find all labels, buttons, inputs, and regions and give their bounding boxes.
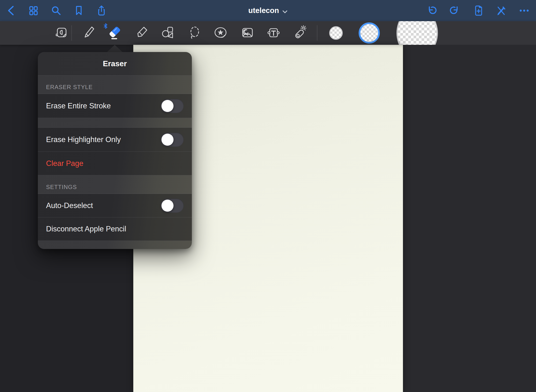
sticker-icon [213, 25, 228, 41]
chevron-down-icon [282, 7, 288, 15]
toggle-knob [161, 100, 174, 112]
tool-eraser[interactable] [107, 21, 122, 45]
tool-highlighter[interactable] [134, 21, 149, 45]
erase-highlighter-only-toggle[interactable] [161, 133, 184, 147]
tool-sticker[interactable] [213, 21, 228, 45]
redo-icon [449, 5, 460, 16]
canvas-background-right [403, 45, 536, 392]
ellipsis-icon [519, 5, 530, 16]
popover-arrow [107, 45, 122, 52]
pencil-cross-icon [496, 5, 507, 16]
popover-title: Eraser [38, 52, 192, 76]
more-button[interactable] [519, 5, 530, 16]
tools-toolbar [0, 21, 536, 45]
clear-page-label: Clear Page [46, 159, 184, 168]
undo-icon [426, 5, 437, 16]
document-title-dropdown[interactable]: utelecon [248, 0, 288, 21]
document-title: utelecon [248, 6, 279, 15]
pages-overview-button[interactable] [28, 5, 39, 16]
toolbar-divider [317, 25, 317, 41]
search-icon [51, 5, 62, 16]
eraser-size-small[interactable] [329, 26, 343, 40]
grid-icon [28, 5, 39, 16]
disconnect-apple-pencil-label: Disconnect Apple Pencil [46, 225, 184, 233]
erase-entire-stroke-label: Erase Entire Stroke [46, 102, 161, 110]
section-header-settings: SETTINGS [38, 175, 192, 194]
nav-right-group [426, 0, 530, 21]
section-header-eraser-style: ERASER STYLE [38, 76, 192, 94]
nav-left-group [5, 0, 107, 21]
redo-button[interactable] [449, 5, 460, 16]
eraser-size-medium-selected[interactable] [359, 22, 380, 44]
toggle-knob [161, 134, 174, 146]
tool-lasso[interactable] [187, 21, 203, 45]
eraser-size-large-shape [396, 21, 438, 45]
erase-entire-stroke-toggle[interactable] [161, 99, 184, 113]
tool-pan-scroll[interactable] [53, 21, 69, 45]
row-erase-highlighter-only: Erase Highlighter Only [38, 128, 192, 152]
pen-icon [80, 25, 96, 41]
add-page-icon [472, 5, 483, 16]
bluetooth-icon [103, 23, 108, 30]
eraser-popover: Eraser ERASER STYLE Erase Entire Stroke … [38, 52, 192, 249]
row-disconnect-apple-pencil[interactable]: Disconnect Apple Pencil [38, 217, 192, 241]
bookmark-icon [73, 5, 84, 16]
auto-deselect-label: Auto-Deselect [46, 201, 161, 210]
erase-highlighter-only-label: Erase Highlighter Only [46, 135, 161, 144]
shapes-icon [160, 25, 175, 41]
toggle-knob [161, 200, 174, 212]
pencil-cross-button[interactable] [496, 5, 507, 16]
eraser-icon [107, 25, 122, 41]
tool-pen[interactable] [80, 21, 96, 45]
pan-scroll-icon [54, 25, 69, 41]
row-clear-page[interactable]: Clear Page [38, 152, 192, 175]
tool-shapes[interactable] [160, 21, 176, 45]
lasso-icon [187, 25, 202, 41]
image-icon [239, 25, 255, 41]
section-gap [38, 118, 192, 128]
row-erase-entire-stroke: Erase Entire Stroke [38, 94, 192, 118]
row-auto-deselect: Auto-Deselect [38, 194, 192, 217]
undo-button[interactable] [426, 5, 437, 16]
back-button[interactable] [5, 5, 16, 16]
share-button[interactable] [96, 5, 107, 16]
back-chevron-icon [7, 5, 15, 16]
laser-pointer-icon [292, 25, 307, 41]
search-button[interactable] [51, 5, 62, 16]
eraser-size-large[interactable] [396, 21, 438, 45]
text-icon [266, 25, 281, 41]
auto-deselect-toggle[interactable] [161, 199, 184, 213]
bookmark-button[interactable] [73, 5, 84, 16]
toolbar-divider [71, 25, 72, 41]
tool-text[interactable] [265, 21, 281, 45]
add-page-button[interactable] [472, 5, 483, 16]
tool-image[interactable] [239, 21, 255, 45]
top-navigation-bar: utelecon [0, 0, 536, 21]
share-icon [96, 5, 107, 16]
tool-laser-pointer[interactable] [292, 21, 308, 45]
popover-footer [38, 241, 192, 249]
highlighter-icon [134, 25, 149, 41]
